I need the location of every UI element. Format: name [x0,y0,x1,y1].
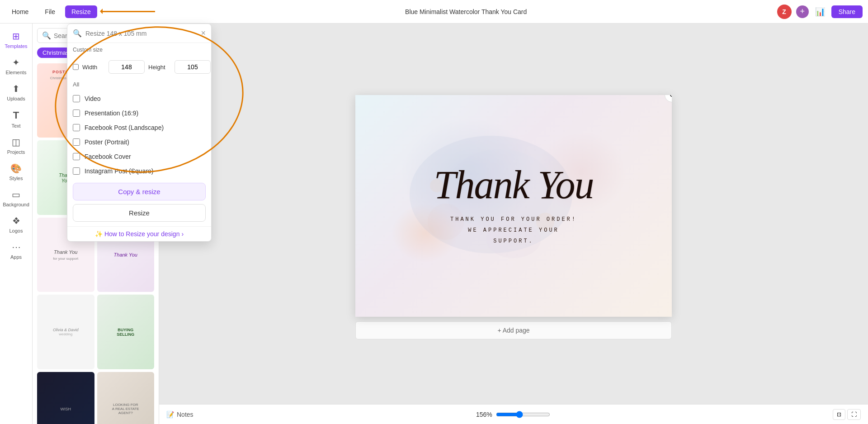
sidebar-label-apps: Apps [10,254,22,260]
presentation-checkbox[interactable] [73,110,80,117]
notes-label: Notes [177,411,193,418]
add-collaborator-button[interactable]: + [796,5,809,18]
sidebar-item-apps[interactable]: ⋯ Apps [2,238,31,263]
sidebar-item-projects[interactable]: ◫ Projects [2,133,31,158]
how-to-label: How to Resize your design [104,230,180,238]
sidebar-item-elements[interactable]: ✦ Elements [2,53,31,79]
zoom-level: 156% [476,411,492,418]
type-item-presentation[interactable]: Presentation (16:9) [67,106,211,120]
resize-action-button[interactable]: Resize [73,204,206,222]
bottombar: 📝 Notes 156% ⊡ ⛶ [159,404,868,424]
instagram-square-checkbox[interactable] [73,167,80,175]
type-item-facebook-landscape[interactable]: Facebook Post (Landscape) [67,120,211,135]
height-label: Height [148,64,171,71]
sidebar-item-logos[interactable]: ❖ Logos [2,212,31,237]
height-input[interactable] [175,60,211,74]
topbar-right: Z + 📊 Share [777,5,863,19]
poster-portrait-checkbox[interactable] [73,138,80,146]
arrow-line [101,11,155,12]
sidebar-label-templates: Templates [5,43,27,49]
template-card[interactable]: WISH [37,372,94,424]
type-item-instagram-square[interactable]: Instagram Post (Square) [67,164,211,178]
type-item-facebook-cover[interactable]: Facebook Cover [67,149,211,164]
projects-icon: ◫ [12,137,20,148]
type-item-poster-portrait[interactable]: Poster (Portrait) [67,135,211,149]
sidebar-label-styles: Styles [9,176,23,181]
facebook-landscape-checkbox[interactable] [73,124,80,131]
apps-icon: ⋯ [12,242,21,252]
elements-icon: ✦ [12,57,20,68]
view-buttons: ⊡ ⛶ [833,409,861,420]
resize-close-button[interactable]: × [201,29,206,38]
chevron-right-icon: › [181,230,184,238]
resize-search-input[interactable] [85,30,197,37]
video-label: Video [85,95,101,102]
home-button[interactable]: Home [5,5,35,18]
canvas-container: Thank You Thank you for your order! We a… [355,95,672,317]
notes-button[interactable]: 📝 Notes [166,411,193,418]
fit-view-button[interactable]: ⊡ [833,409,845,420]
share-button[interactable]: Share [831,5,863,18]
template-card[interactable]: LOOKING FORA REAL ESTATEAGENT? [97,372,155,424]
add-page-button[interactable]: + Add page [355,321,672,339]
width-input[interactable] [108,60,145,74]
sidebar-item-templates[interactable]: ⊞ Templates [2,27,31,52]
poster-portrait-label: Poster (Portrait) [85,138,129,146]
dimensions-row: Width Height mm ▾ px in mm ✓ [67,57,211,77]
sidebar-item-uploads[interactable]: ⬆ Uploads [2,80,31,105]
arrow-annotation [101,11,155,12]
video-checkbox[interactable] [73,95,80,102]
main-canvas-area: Thank You Thank you for your order! We a… [159,24,868,424]
templates-icon: ⊞ [12,31,20,42]
zoom-slider[interactable] [496,411,550,418]
sidebar-label-background: Background [3,202,29,207]
subtitle-line1: Thank you for your order! [450,214,577,225]
sidebar-label-text: Text [11,123,20,129]
type-item-video[interactable]: Video [67,91,211,106]
facebook-landscape-label: Facebook Post (Landscape) [85,124,164,131]
zoom-controls: 156% [476,411,550,418]
resize-button[interactable]: Resize [65,5,97,18]
topbar: Home File Resize Blue Minimalist Waterco… [0,0,868,24]
presentation-label: Presentation (16:9) [85,110,138,117]
custom-size-label: Custom size [67,43,211,57]
resize-dropdown: 🔍 × Custom size Width Height mm ▾ px in [67,24,212,242]
width-label: Width [82,64,105,71]
facebook-cover-checkbox[interactable] [73,153,80,160]
dimensions-checkbox[interactable] [73,63,79,71]
sparkle-icon: ✨ [95,230,103,238]
search-icon: 🔍 [73,29,82,38]
avatar: Z [777,5,792,19]
how-to-link[interactable]: ✨ How to Resize your design › [67,226,211,241]
sidebar-item-background[interactable]: ▭ Background [2,186,31,211]
analytics-icon[interactable]: 📊 [813,5,827,19]
template-card[interactable]: BUYINGSELLING [97,295,155,369]
sidebar-label-elements: Elements [6,70,27,75]
sidebar-label-uploads: Uploads [7,96,25,101]
all-label: All [67,77,211,91]
subtitle-line2: We appreciate your [450,225,577,236]
fullscreen-button[interactable]: ⛶ [847,409,861,420]
sidebar-label-logos: Logos [9,228,23,233]
canvas-content: Thank You Thank you for your order! We a… [355,95,672,317]
notes-icon: 📝 [166,411,174,418]
sidebar: ⊞ Templates ✦ Elements ⬆ Uploads T Text … [0,24,33,424]
thank-you-heading: Thank You [434,165,594,205]
styles-icon: 🎨 [10,163,22,174]
facebook-cover-label: Facebook Cover [85,153,131,160]
file-button[interactable]: File [38,5,61,18]
document-title: Blue Minimalist Watercolor Thank You Car… [159,8,774,15]
search-icon: 🔍 [42,31,51,40]
sidebar-item-text[interactable]: T Text [2,106,31,132]
text-icon: T [13,110,19,121]
resize-header: 🔍 × [67,24,211,43]
logos-icon: ❖ [12,215,20,226]
template-card[interactable]: Olivia & David wedding [37,295,94,369]
copy-resize-button[interactable]: Copy & resize [73,183,206,200]
background-icon: ▭ [12,189,20,200]
instagram-square-label: Instagram Post (Square) [85,167,154,175]
canvas-subtitle: Thank you for your order! We appreciate … [450,214,577,247]
sidebar-label-projects: Projects [7,149,25,155]
canvas-card[interactable]: Thank You Thank you for your order! We a… [355,95,672,317]
sidebar-item-styles[interactable]: 🎨 Styles [2,159,31,185]
